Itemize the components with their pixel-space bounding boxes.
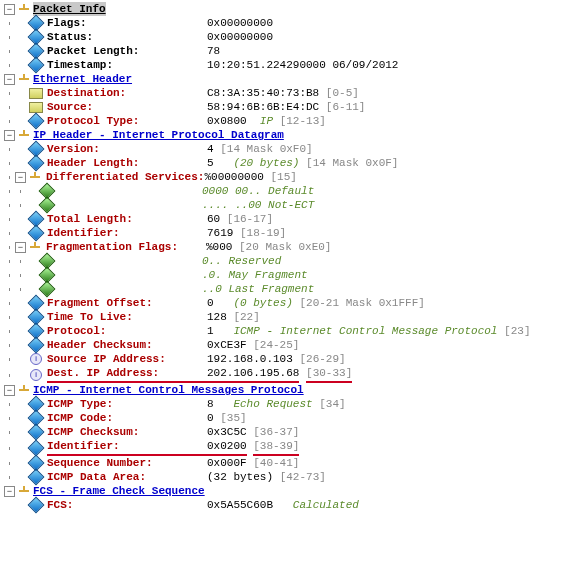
field-ip-frag-a: 0.. Reserved xyxy=(4,254,562,268)
field-ip-frag-flags[interactable]: − Fragmentation Flags: %000 [20 Mask 0xE… xyxy=(4,240,562,254)
cube-icon xyxy=(29,297,43,309)
text: Default xyxy=(268,184,314,198)
label: Header Length: xyxy=(47,156,207,170)
label: Protocol: xyxy=(47,324,207,338)
info-icon: i xyxy=(29,353,43,365)
annotation: [14 Mask 0xF0] xyxy=(220,142,312,156)
annotation: [42-73] xyxy=(280,470,326,484)
cube-icon xyxy=(29,471,43,483)
cube-icon xyxy=(29,31,43,43)
value: 8 xyxy=(207,397,214,411)
annotation: [20-21 Mask 0x1FFF] xyxy=(299,296,424,310)
collapse-icon[interactable]: − xyxy=(4,385,15,396)
cube-icon xyxy=(29,157,43,169)
collapse-icon[interactable]: − xyxy=(4,486,15,497)
field-ip-total-length: Total Length: 60 [16-17] xyxy=(4,212,562,226)
collapse-icon[interactable]: − xyxy=(15,242,26,253)
label: Status: xyxy=(47,30,207,44)
field-icmp-type: ICMP Type: 8 Echo Request [34] xyxy=(4,397,562,411)
value: 10:20:51.224290000 06/09/2012 xyxy=(207,58,398,72)
value: 0x00000000 xyxy=(207,30,273,44)
label: FCS: xyxy=(47,498,207,512)
fork-icon xyxy=(17,485,31,497)
cube-icon xyxy=(29,213,43,225)
field-icmp-seq: Sequence Number: 0x000F [40-41] xyxy=(4,456,562,470)
cube-icon xyxy=(40,185,54,197)
cube-icon xyxy=(29,115,43,127)
value: 60 xyxy=(207,212,220,226)
section-fcs[interactable]: − FCS - Frame Check Sequence xyxy=(4,484,562,498)
value: 0x0800 xyxy=(207,114,247,128)
bits: 0.. xyxy=(202,254,222,268)
cube-icon xyxy=(29,339,43,351)
card-icon xyxy=(29,101,43,113)
annotation: [23] xyxy=(504,324,530,338)
cube-icon xyxy=(29,426,43,438)
label: Source: xyxy=(47,100,207,114)
field-timestamp: Timestamp: 10:20:51.224290000 06/09/2012 xyxy=(4,58,562,72)
field-ip-frag-b: .0. May Fragment xyxy=(4,268,562,282)
field-ip-ds[interactable]: − Differentiated Services: %00000000 [15… xyxy=(4,170,562,184)
annotation: [14 Mask 0x0F] xyxy=(306,156,398,170)
label: Header Checksum: xyxy=(47,338,207,352)
field-fcs: FCS: 0x5A55C60B Calculated xyxy=(4,498,562,512)
annotation: [18-19] xyxy=(240,226,286,240)
label: ICMP Code: xyxy=(47,411,207,425)
collapse-icon[interactable]: − xyxy=(4,4,15,15)
annotation: [34] xyxy=(319,397,345,411)
value: 5 xyxy=(207,156,214,170)
value: 78 xyxy=(207,44,220,58)
value: 0 xyxy=(207,296,214,310)
bits: .0. xyxy=(202,268,222,282)
collapse-icon[interactable]: − xyxy=(4,130,15,141)
field-packet-length: Packet Length: 78 xyxy=(4,44,562,58)
cube-icon xyxy=(29,311,43,323)
bits: 0000 00.. xyxy=(202,184,261,198)
bits: .... ..00 xyxy=(202,198,261,212)
field-ip-ds-a: 0000 00.. Default xyxy=(4,184,562,198)
value: 1 xyxy=(207,324,214,338)
label: ICMP Checksum: xyxy=(47,425,207,439)
label: Differentiated Services: xyxy=(46,170,204,184)
annotation: [30-33] xyxy=(306,366,352,383)
collapse-icon[interactable]: − xyxy=(4,74,15,85)
section-packet-info[interactable]: − Packet Info xyxy=(4,2,562,16)
collapse-icon[interactable]: − xyxy=(15,172,26,183)
info-icon: i xyxy=(29,369,43,381)
comment: (20 bytes) xyxy=(233,156,299,170)
section-icmp[interactable]: − ICMP - Internet Control Messages Proto… xyxy=(4,383,562,397)
fork-icon xyxy=(17,3,31,15)
field-icmp-identifier: Identifier: 0x0200 [38-39] xyxy=(4,439,562,456)
field-icmp-checksum: ICMP Checksum: 0x3C5C [36-37] xyxy=(4,425,562,439)
annotation: [24-25] xyxy=(253,338,299,352)
value: 4 xyxy=(207,142,214,156)
label: Timestamp: xyxy=(47,58,207,72)
section-ip[interactable]: − IP Header - Internet Protocol Datagram xyxy=(4,128,562,142)
cube-icon xyxy=(40,283,54,295)
field-ip-dst: i Dest. IP Address: 202.106.195.68 [30-3… xyxy=(4,366,562,383)
text: May Fragment xyxy=(228,268,307,282)
value: 128 xyxy=(207,310,227,324)
value: C8:3A:35:40:73:B8 xyxy=(207,86,319,100)
annotation: [0-5] xyxy=(326,86,359,100)
field-ip-ds-b: .... ..00 Not-ECT xyxy=(4,198,562,212)
fork-icon xyxy=(28,171,42,183)
label: Protocol Type: xyxy=(47,114,207,128)
bits: ..0 xyxy=(202,282,222,296)
annotation: [26-29] xyxy=(299,352,345,366)
protocol: Calculated xyxy=(293,498,359,512)
cube-icon xyxy=(29,412,43,424)
label: Destination: xyxy=(47,86,207,100)
label: Source IP Address: xyxy=(47,352,207,366)
label: ICMP Type: xyxy=(47,397,207,411)
value: (32 bytes) xyxy=(207,470,273,484)
fork-icon xyxy=(17,384,31,396)
annotation: [36-37] xyxy=(253,425,299,439)
text: Last Fragment xyxy=(228,282,314,296)
annotation: [16-17] xyxy=(227,212,273,226)
cube-icon xyxy=(29,59,43,71)
section-title: Ethernet Header xyxy=(33,72,132,86)
section-title: Packet Info xyxy=(33,2,106,16)
section-ethernet[interactable]: − Ethernet Header xyxy=(4,72,562,86)
field-ip-protocol: Protocol: 1 ICMP - Internet Control Mess… xyxy=(4,324,562,338)
